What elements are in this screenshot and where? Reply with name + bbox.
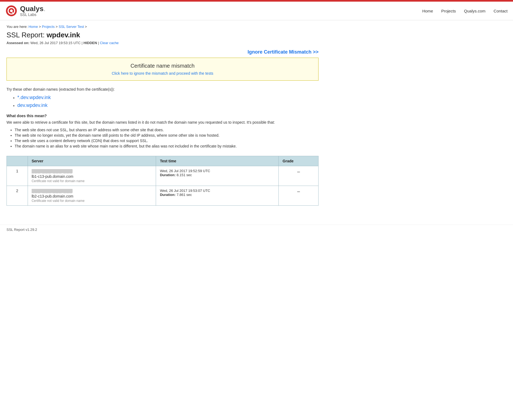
logo-area: Qualys. SSL Labs xyxy=(5,5,46,17)
page-title-prefix: SSL Report: xyxy=(7,31,47,39)
col-header-num xyxy=(7,156,28,166)
breadcrumb-you-are-here: You are here: xyxy=(7,25,28,29)
main-content: You are here: Home > Projects > SSL Serv… xyxy=(0,20,325,225)
server-table: Server Test time Grade 1 ███ ███ ███ ███… xyxy=(7,156,319,206)
domain-link-wildcard[interactable]: *.dev.wpdev.ink xyxy=(17,95,51,100)
ssllabs-label: SSL Labs xyxy=(20,13,46,17)
qualys-label: Qualys. xyxy=(20,5,46,12)
grade-value-2: – xyxy=(297,189,300,194)
ip-blur-2: ███ ███ ███ ███ xyxy=(32,189,73,193)
warning-box: Certificate name mismatch Click here to … xyxy=(7,58,319,81)
list-item: *.dev.wpdev.ink xyxy=(17,95,319,100)
domain-list: *.dev.wpdev.ink dev.wpdev.ink xyxy=(7,95,319,108)
cert-note-2: Certificate not valid for domain name xyxy=(32,199,85,203)
list-item: The web site no longer exists, yet the d… xyxy=(15,133,319,137)
row-num-1: 1 xyxy=(7,166,28,186)
assessed-line: Assessed on: Wed, 26 Jul 2017 19:53:15 U… xyxy=(7,41,319,45)
assessed-hidden: HIDDEN xyxy=(83,41,97,45)
qualys-logo-icon xyxy=(5,5,17,17)
what-title: What does this mean? xyxy=(7,114,319,118)
table-header-row: Server Test time Grade xyxy=(7,156,319,166)
footer: SSL Report v1.29.2 xyxy=(0,225,513,234)
breadcrumb-projects[interactable]: Projects xyxy=(42,25,55,29)
nav-projects[interactable]: Projects xyxy=(441,9,456,13)
what-description: We were able to retrieve a certificate f… xyxy=(7,120,319,124)
grade-cell-2: – xyxy=(279,186,319,206)
server-cell-1: ███ ███ ███ ███ lb1-c13-pub.domain.com C… xyxy=(28,166,156,186)
qualys-period: . xyxy=(44,5,46,13)
clear-cache-link[interactable]: Clear cache xyxy=(100,41,119,45)
assessed-datetime: Wed, 26 Jul 2017 19:53:15 UTC xyxy=(30,41,81,45)
server-hostname-1: lb1-c13-pub.domain.com xyxy=(32,174,73,179)
row-num-2: 2 xyxy=(7,186,28,206)
page-title-domain: wpdev.ink xyxy=(47,31,80,39)
server-hostname-2: lb2-c13-pub.domain.com xyxy=(32,194,73,198)
nav-qualys-com[interactable]: Qualys.com xyxy=(464,9,485,13)
grade-value-1: – xyxy=(297,169,300,174)
test-time-duration-1: Duration: 8.151 sec xyxy=(160,173,275,177)
list-item: The domain name is an alias for a web si… xyxy=(15,144,319,148)
domain-intro: Try these other domain names (extracted … xyxy=(7,87,319,91)
test-time-main-1: Wed, 26 Jul 2017 19:52:59 UTC xyxy=(160,169,275,173)
list-item: The web site uses a content delivery net… xyxy=(15,139,319,143)
test-time-cell-2: Wed, 26 Jul 2017 19:53:07 UTC Duration: … xyxy=(156,186,279,206)
page-title: SSL Report: wpdev.ink xyxy=(7,31,319,39)
breadcrumb-home[interactable]: Home xyxy=(28,25,38,29)
what-bullets: The web site does not use SSL, but share… xyxy=(7,128,319,148)
ignore-mismatch-container: Ignore Certificate Mismatch >> xyxy=(7,49,319,55)
list-item: The web site does not use SSL, but share… xyxy=(15,128,319,132)
grade-cell-1: – xyxy=(279,166,319,186)
svg-point-0 xyxy=(10,9,13,12)
test-time-cell-1: Wed, 26 Jul 2017 19:52:59 UTC Duration: … xyxy=(156,166,279,186)
warning-box-link[interactable]: Click here to ignore the mismatch and pr… xyxy=(112,71,213,76)
footer-text: SSL Report v1.29.2 xyxy=(7,228,37,232)
assessed-label: Assessed on: xyxy=(7,41,30,45)
breadcrumb: You are here: Home > Projects > SSL Serv… xyxy=(7,25,319,29)
logo-text: Qualys. SSL Labs xyxy=(20,5,46,17)
col-header-grade: Grade xyxy=(279,156,319,166)
ignore-mismatch-link[interactable]: Ignore Certificate Mismatch >> xyxy=(248,49,319,55)
header: Qualys. SSL Labs Home Projects Qualys.co… xyxy=(0,2,513,20)
table-row: 2 ███ ███ ███ ███ lb2-c13-pub.domain.com… xyxy=(7,186,319,206)
ip-blur-1: ███ ███ ███ ███ xyxy=(32,169,73,173)
col-header-testtime: Test time xyxy=(156,156,279,166)
list-item: dev.wpdev.ink xyxy=(17,103,319,108)
warning-box-title: Certificate name mismatch xyxy=(12,63,313,69)
main-nav: Home Projects Qualys.com Contact xyxy=(422,9,508,13)
nav-contact[interactable]: Contact xyxy=(493,9,508,13)
table-row: 1 ███ ███ ███ ███ lb1-c13-pub.domain.com… xyxy=(7,166,319,186)
nav-home[interactable]: Home xyxy=(422,9,433,13)
cert-note-1: Certificate not valid for domain name xyxy=(32,179,85,183)
breadcrumb-ssl-server-test[interactable]: SSL Server Test xyxy=(59,25,84,29)
test-time-main-2: Wed, 26 Jul 2017 19:53:07 UTC xyxy=(160,189,275,193)
test-time-duration-2: Duration: 7.861 sec xyxy=(160,193,275,197)
domain-link-dev[interactable]: dev.wpdev.ink xyxy=(17,103,47,108)
col-header-server: Server xyxy=(28,156,156,166)
server-cell-2: ███ ███ ███ ███ lb2-c13-pub.domain.com C… xyxy=(28,186,156,206)
